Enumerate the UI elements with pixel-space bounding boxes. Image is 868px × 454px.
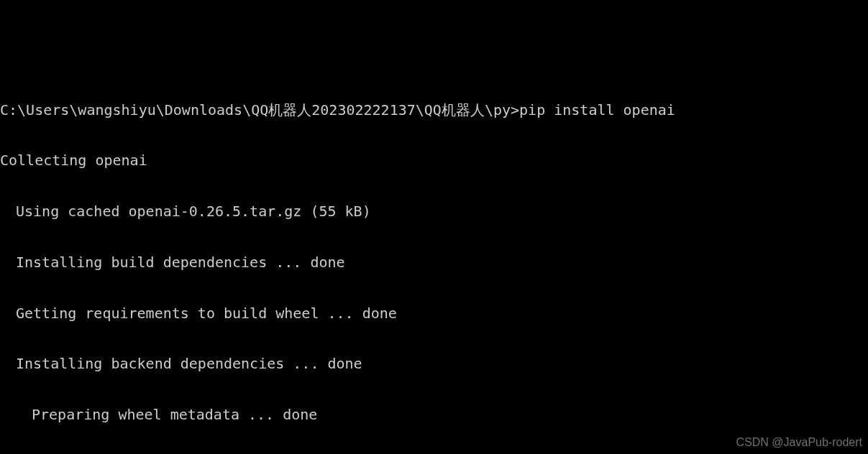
watermark: CSDN @JavaPub-rodert [736, 436, 862, 450]
prompt-line: C:\Users\wangshiyu\Downloads\QQ机器人202302… [0, 102, 868, 119]
output-line: Getting requirements to build wheel ... … [0, 305, 868, 323]
terminal-output[interactable]: C:\Users\wangshiyu\Downloads\QQ机器人202302… [0, 68, 868, 454]
output-line: Installing backend dependencies ... done [0, 356, 868, 373]
output-line: Using cached openai-0.26.5.tar.gz (55 kB… [0, 203, 868, 221]
output-line: Installing build dependencies ... done [0, 254, 868, 272]
output-line: Collecting openai [0, 152, 868, 170]
output-line: Preparing wheel metadata ... done [0, 407, 868, 424]
